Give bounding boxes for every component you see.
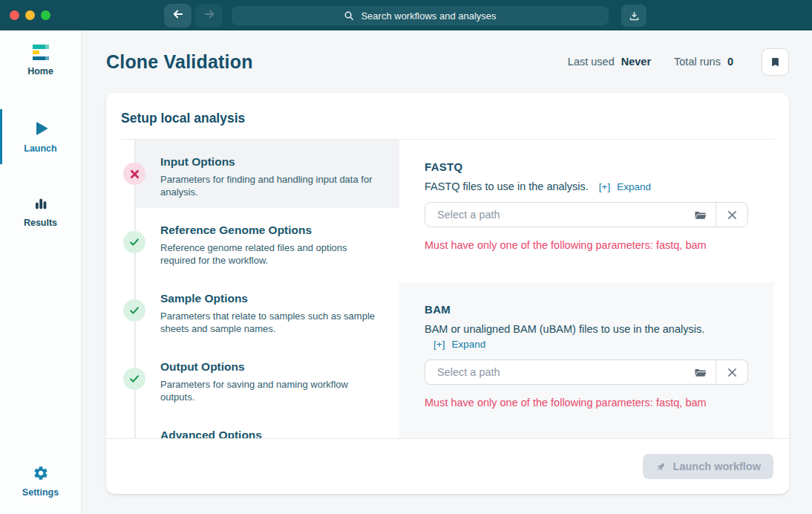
workflow-meta: Last used Never Total runs 0 [568,48,789,76]
bookmark-button[interactable] [762,48,789,76]
window-zoom-button[interactable] [41,10,50,20]
step-sample-options[interactable]: Sample Options Parameters that relate to… [136,276,399,345]
step-title: Sample Options [160,292,377,305]
folder-icon [693,208,707,222]
launch-workflow-button[interactable]: Launch workflow [643,454,773,479]
rocket-icon [655,461,667,472]
sidebar-item-label: Launch [24,143,56,154]
expand-link[interactable]: [+]Expand [599,181,651,192]
expand-link[interactable]: [+]Expand [433,339,485,350]
back-button[interactable] [164,4,191,27]
step-reference-genome-options[interactable]: Reference Genome Options Reference genom… [136,208,399,276]
step-description: Parameters that relate to samples such a… [160,310,377,335]
browse-folder-button[interactable] [684,360,716,384]
param-description-text: FASTQ files to use in the analysis. [425,180,589,192]
close-icon [727,368,737,377]
step-title: Reference Genome Options [160,224,377,237]
card-title: Setup local analysis [121,111,774,126]
expand-label: Expand [451,339,485,350]
path-input-group [425,202,748,227]
fastq-path-input[interactable] [425,203,684,227]
sidebar-item-label: Settings [22,487,59,498]
sidebar: Home Launch Results Settings [0,30,82,514]
bam-path-input[interactable] [425,360,684,384]
search-input[interactable]: Search workflows and analyses [232,6,609,25]
bar-chart-icon [33,195,49,212]
total-runs-label: Total runs [674,56,721,68]
page-title: Clone Validation [106,51,253,73]
error-status-icon [123,163,145,185]
clear-path-button[interactable] [716,360,747,384]
step-description: Parameters for finding and handling inpu… [160,174,377,198]
browse-folder-button[interactable] [684,203,716,227]
sidebar-item-home[interactable]: Home [0,45,81,77]
param-error-message: Must have only one of the following para… [425,397,748,409]
bookmark-icon [770,56,781,68]
sidebar-item-label: Results [24,218,57,228]
step-input-options[interactable]: Input Options Parameters for finding and… [136,140,399,208]
check-status-icon [123,368,145,390]
sidebar-item-settings[interactable]: Settings [0,465,81,498]
step-title: Advanced Options [160,429,377,438]
search-icon [344,10,354,21]
param-name: FASTQ [425,160,748,173]
param-name: BAM [425,303,748,316]
download-icon [629,10,640,22]
last-used-value: Never [621,56,651,68]
launch-workflow-label: Launch workflow [673,461,761,472]
check-status-icon [123,299,145,322]
forward-button[interactable] [195,4,223,27]
step-title: Input Options [160,155,377,169]
main-content: Clone Validation Last used Never Total r… [82,30,812,514]
sidebar-item-launch[interactable]: Launch [0,120,81,154]
folder-icon [693,365,707,380]
titlebar: Search workflows and analyses [0,0,812,30]
page-header: Clone Validation Last used Never Total r… [82,30,812,93]
check-status-icon [123,231,145,253]
param-description-text: BAM or unaligned BAM (uBAM) files to use… [425,323,704,335]
sidebar-item-label: Home [27,66,53,77]
param-description: BAM or unaligned BAM (uBAM) files to use… [425,323,748,350]
param-fastq: FASTQ FASTQ files to use in the analysis… [399,140,774,282]
step-description: Parameters for saving and naming workflo… [160,379,377,403]
expand-bracket: [+] [599,181,610,192]
sidebar-item-results[interactable]: Results [0,195,81,228]
param-error-message: Must have only one of the following para… [425,239,748,251]
window-minimize-button[interactable] [25,10,35,20]
path-input-group [425,360,748,385]
step-description: Reference genome related files and optio… [160,242,377,267]
window-close-button[interactable] [10,10,19,20]
setup-card: Setup local analysis Input Options Param… [106,93,789,494]
search-placeholder: Search workflows and analyses [361,10,496,22]
last-used-label: Last used [568,56,615,68]
download-button[interactable] [621,4,646,27]
gear-icon [33,465,49,481]
window-controls [10,10,50,20]
step-advanced-options[interactable]: Advanced Options [136,413,399,438]
step-title: Output Options [160,360,377,374]
param-description: FASTQ files to use in the analysis.[+]Ex… [425,180,748,192]
card-header: Setup local analysis [106,93,789,139]
close-icon [727,210,737,220]
parameter-panel: FASTQ FASTQ files to use in the analysis… [399,140,774,438]
step-output-options[interactable]: Output Options Parameters for saving and… [136,345,399,413]
param-bam: BAM BAM or unaligned BAM (uBAM) files to… [399,282,774,438]
play-icon [32,120,50,137]
expand-label: Expand [617,181,651,192]
epi2me-logo-icon [33,45,49,60]
step-list: Input Options Parameters for finding and… [121,140,399,438]
card-footer: Launch workflow [106,438,789,494]
expand-bracket: [+] [433,339,445,350]
total-runs-value: 0 [727,56,733,68]
clear-path-button[interactable] [716,203,747,227]
arrow-left-icon [171,7,185,24]
arrow-right-icon [203,7,216,24]
